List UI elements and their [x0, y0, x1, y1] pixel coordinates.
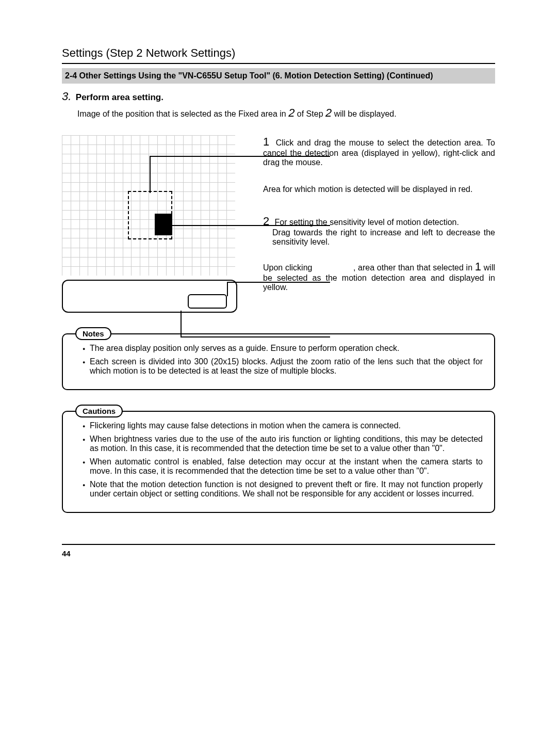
leader-line [172, 225, 330, 226]
note-item: The area display position only serves as… [83, 344, 483, 353]
text: Image of the position that is selected a… [77, 109, 288, 118]
ref-1: 1 [475, 260, 481, 274]
callout-number: 1 [263, 135, 272, 149]
text: will be displayed. [332, 109, 396, 118]
divider [62, 63, 495, 64]
callout-text: Click and drag the mouse to select the d… [263, 138, 495, 167]
notes-box: Notes The area display position only ser… [62, 333, 495, 390]
cautions-label: Cautions [75, 405, 123, 417]
caution-item: Flickering lights may cause false detect… [83, 421, 483, 430]
step-heading: 3. Perform area setting. [62, 90, 495, 103]
banner-heading: 2-4 Other Settings Using the "VN-C655U S… [62, 68, 495, 84]
callouts: 1 Click and drag the mouse to select the… [253, 135, 495, 305]
leader-line [150, 156, 151, 193]
motion-block [155, 214, 172, 235]
leader-line [181, 311, 182, 336]
callout-1: 1 Click and drag the mouse to select the… [263, 135, 495, 167]
caution-item: When automatic control is enabled, false… [83, 457, 483, 476]
step-title: Perform area setting. [76, 92, 163, 102]
section-title: Settings (Step 2 Network Settings) [62, 46, 495, 60]
text: Upon clicking [263, 263, 315, 272]
callout-2: 2 For setting the sensitivity level of m… [263, 215, 495, 247]
step-body: Image of the position that is selected a… [77, 106, 495, 120]
leader-line [227, 282, 330, 283]
step-number: 3. [62, 90, 71, 103]
diagram-area [62, 135, 253, 313]
invert-button[interactable] [188, 294, 227, 309]
callout-redblock: Area for which motion is detected will b… [263, 185, 495, 194]
note-item: Each screen is divided into 300 (20x15) … [83, 357, 483, 376]
leader-line [150, 156, 330, 157]
page-number: 44 [62, 549, 495, 558]
text: , area other than that selected in [353, 263, 475, 272]
ref-2: 2 [288, 106, 294, 119]
callout-number: 2 [263, 215, 272, 228]
caution-item: Note that the motion detection function … [83, 480, 483, 498]
sensitivity-panel [62, 280, 237, 313]
caution-item: When brightness varies due to the use of… [83, 435, 483, 453]
notes-label: Notes [75, 327, 111, 340]
text: of Step [294, 109, 325, 118]
callout-text: Drag towards the right to increase and l… [272, 228, 495, 247]
leader-line [227, 282, 228, 296]
callout-invert: Upon clicking , area other than that sel… [263, 260, 495, 292]
ref-step-2: 2 [325, 106, 332, 119]
footer: 44 [62, 544, 495, 558]
footer-rule [62, 544, 495, 545]
cautions-box: Cautions Flickering lights may cause fal… [62, 411, 495, 513]
